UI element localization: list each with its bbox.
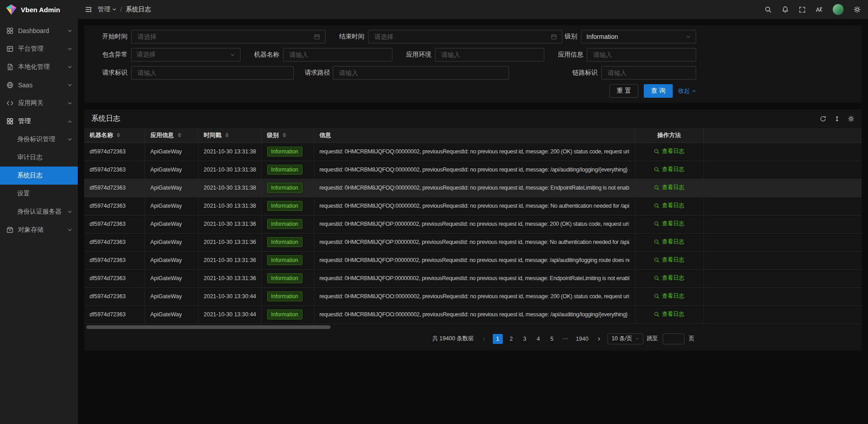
col-title: 机器名称 [90,131,113,139]
notification-bell-icon[interactable] [782,6,789,13]
refresh-icon[interactable] [820,115,826,122]
collapse-link[interactable]: 收起 [678,87,696,95]
view-log-link[interactable]: 查看日志 [654,148,684,155]
prev-page-button[interactable] [479,334,489,344]
sidebar-item-localization[interactable]: 本地化管理 [0,58,78,76]
cell-timestamp: 2021-10-30 13:31:36 [198,215,261,233]
field-label: 请求路径 [305,69,333,77]
view-log-link[interactable]: 查看日志 [654,184,684,191]
page-number-button[interactable]: 2 [506,334,516,344]
sidebar-item-management[interactable]: 管理 [0,112,78,130]
sidebar-item-identity[interactable]: 身份标识管理 [0,130,78,148]
view-log-link[interactable]: 查看日志 [654,238,684,246]
gear-icon[interactable] [854,6,861,13]
app-info-field[interactable] [587,48,696,62]
cell-message: requestId: 0HMCRBM8JQFOQ:00000002, previ… [314,161,635,179]
page-number-button[interactable]: 1 [493,334,503,344]
field-start-time: 开始时间 [99,30,326,43]
col-header-machine[interactable]: 机器名称 [84,128,145,143]
app-info-input[interactable] [592,51,691,59]
locale-translate-icon[interactable] [816,6,823,13]
pagination-ellipsis[interactable]: ••• [561,334,571,344]
table-row: df5974d72363 ApiGateWay 2021-10-30 13:31… [84,233,862,251]
request-id-field[interactable] [131,66,294,80]
breadcrumb-parent[interactable]: 管理 [98,5,117,14]
cell-level: Information [261,197,314,215]
end-time-datepicker[interactable] [368,30,562,43]
log-message: requestId: 0HMCRBM8JQFOQ:00000002, previ… [320,185,629,191]
fullscreen-icon[interactable] [799,6,806,13]
chevron-down-icon [67,101,72,106]
sidebar-item-settings[interactable]: 设置 [0,185,78,203]
cell-level: Information [261,233,314,251]
end-time-input[interactable] [373,33,551,41]
trace-id-field[interactable] [601,66,696,80]
request-id-input[interactable] [137,69,288,77]
view-log-link[interactable]: 查看日志 [654,220,684,228]
col-header-timestamp[interactable]: 时间戳 [198,128,261,143]
machine-name-input[interactable] [288,51,387,59]
start-time-datepicker[interactable] [131,30,326,43]
sidebar-item-system-log[interactable]: 系统日志 [0,167,78,185]
view-log-link[interactable]: 查看日志 [654,292,684,300]
view-log-link[interactable]: 查看日志 [654,202,684,210]
magnifier-icon [654,257,660,263]
request-path-input[interactable] [338,69,504,77]
menu-fold-icon[interactable] [85,6,92,13]
col-header-level[interactable]: 级别 [261,128,314,143]
sidebar-item-dashboard[interactable]: Dashboard [0,22,78,40]
magnifier-icon [654,311,660,317]
reset-button[interactable]: 重 置 [609,84,638,98]
sidebar-item-app-gateway[interactable]: 应用网关 [0,94,78,112]
app-logo[interactable]: Vben Admin [0,0,78,19]
table-row: df5974d72363 ApiGateWay 2021-10-30 13:31… [84,197,862,215]
page-number-button[interactable]: 5 [547,334,557,344]
page-number-button[interactable]: 4 [533,334,543,344]
view-log-link[interactable]: 查看日志 [654,256,684,264]
view-log-link[interactable]: 查看日志 [654,310,684,318]
log-message: requestId: 0HMCRBM8JQFOQ:00000002, previ… [320,203,629,209]
log-message: requestId: 0HMCRBM8JQFOO:00000002, previ… [320,293,629,300]
log-message: requestId: 0HMCRBM8JQFOO:00000002, previ… [320,311,629,318]
level-select[interactable]: Information [581,30,696,43]
sidebar-item-auth-server[interactable]: 身份认证服务器 [0,203,78,221]
cell-timestamp: 2021-10-30 13:31:36 [198,233,261,251]
cell-action: 查看日志 [635,143,703,161]
page-jump-input[interactable] [663,333,684,344]
sidebar-item-saas[interactable]: Saas [0,76,78,94]
magnifier-icon [654,221,660,227]
level-badge: Information [267,255,302,265]
view-log-link[interactable]: 查看日志 [654,274,684,282]
sidebar: Vben Admin Dashboard 平台管理 本地化管理 Saas 应用网… [0,0,78,424]
cell-timestamp: 2021-10-30 13:31:38 [198,179,261,197]
user-avatar[interactable] [833,4,844,15]
sidebar-item-audit-log[interactable]: 审计日志 [0,148,78,167]
page-number-button[interactable]: 1940 [574,334,590,344]
top-header: 管理 / 系统日志 [78,0,868,19]
chevron-down-icon [67,210,72,214]
field-machine-name: 机器名称 [251,48,392,62]
column-settings-gear-icon[interactable] [848,115,854,122]
machine-name-field[interactable] [283,48,392,62]
platform-icon [6,45,14,52]
search-icon[interactable] [764,6,772,13]
level-badge: Information [267,201,302,211]
horizontal-scrollbar-thumb[interactable] [86,325,330,329]
exception-select[interactable]: 请选择 [131,48,241,62]
environment-field[interactable] [435,48,544,62]
environment-input[interactable] [440,51,539,59]
request-path-field[interactable] [333,66,509,80]
view-log-link[interactable]: 查看日志 [654,166,684,173]
query-button[interactable]: 查 询 [644,84,673,98]
page-number-button[interactable]: 3 [520,334,530,344]
sidebar-item-platform[interactable]: 平台管理 [0,40,78,58]
start-time-input[interactable] [137,33,314,41]
next-page-button[interactable] [594,334,604,344]
magnifier-icon [654,167,660,172]
row-height-icon[interactable] [834,115,840,122]
page-size-select[interactable]: 10 条/页 [608,333,643,344]
col-header-app[interactable]: 应用信息 [145,128,198,143]
trace-id-input[interactable] [607,69,691,77]
sidebar-item-object-storage[interactable]: 对象存储 [0,221,78,239]
cell-filler [703,305,862,324]
